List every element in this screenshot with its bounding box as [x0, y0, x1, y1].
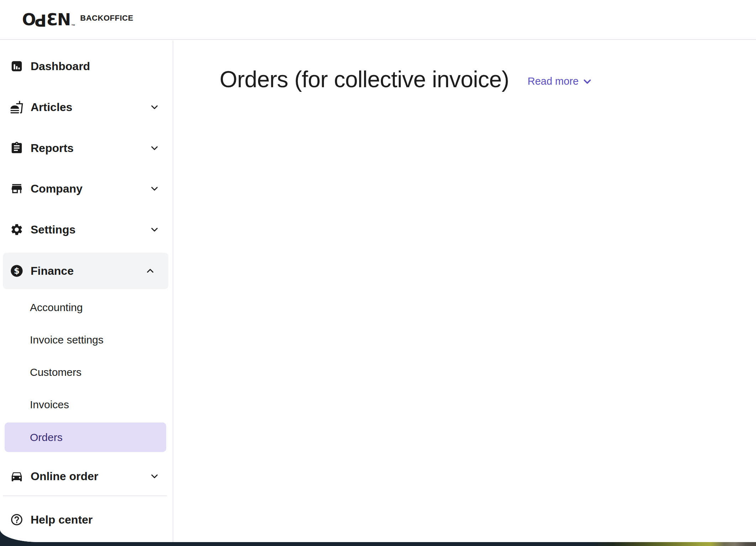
top-header: O P Ɛ N ™ BACKOFFICE — [0, 0, 756, 40]
sidebar-subitem-accounting[interactable]: Accounting — [0, 300, 173, 315]
sidebar-subitem-label: Invoice settings — [30, 334, 104, 346]
sidebar-item-articles[interactable]: Articles — [0, 95, 173, 120]
help-icon — [10, 513, 23, 526]
sidebar-divider — [3, 495, 167, 496]
logo-wordmark: O P Ɛ N — [22, 11, 70, 28]
sidebar-item-settings[interactable]: Settings — [0, 217, 173, 242]
brand-logo: O P Ɛ N ™ BACKOFFICE — [22, 11, 133, 28]
chevron-down-icon — [149, 471, 160, 482]
fastfood-icon — [10, 100, 23, 114]
sidebar-subitem-invoices[interactable]: Invoices — [0, 397, 173, 413]
sidebar-item-help-center[interactable]: Help center — [0, 507, 173, 532]
sidebar-item-label: Finance — [31, 264, 145, 278]
sidebar-item-label: Online order — [31, 470, 149, 483]
car-icon — [10, 469, 23, 483]
sidebar-item-reports[interactable]: Reports — [0, 136, 173, 161]
page-title: Orders (for collective invoice) — [220, 68, 509, 91]
sidebar-item-label: Articles — [31, 101, 149, 114]
sidebar-subitem-customers[interactable]: Customers — [0, 364, 173, 380]
sidebar-item-label: Settings — [31, 223, 149, 236]
clipboard-icon — [10, 141, 23, 155]
chevron-down-icon — [582, 76, 593, 87]
logo-suffix: BACKOFFICE — [80, 14, 133, 23]
sidebar-item-finance[interactable]: $ Finance — [3, 253, 168, 289]
logo-letter-e: Ɛ — [47, 11, 57, 28]
sidebar-item-label: Dashboard — [31, 60, 173, 73]
logo-letter-o: O — [22, 11, 35, 28]
sidebar-item-dashboard[interactable]: Dashboard — [0, 54, 173, 79]
gear-icon — [10, 223, 23, 236]
sidebar-item-label: Company — [31, 182, 149, 195]
sidebar-subitem-label: Orders — [30, 431, 63, 443]
sidebar-subitem-orders[interactable]: Orders — [5, 422, 166, 452]
main-content: Orders (for collective invoice) Read mor… — [174, 41, 756, 542]
read-more-label: Read more — [527, 75, 578, 87]
sidebar-item-online-order[interactable]: Online order — [0, 464, 173, 489]
app-window: O P Ɛ N ™ BACKOFFICE — [0, 0, 756, 542]
sidebar-item-company[interactable]: Company — [0, 176, 173, 201]
logo-letter-p: P — [35, 12, 47, 28]
chevron-down-icon — [149, 143, 160, 153]
sidebar-subitem-invoice-settings[interactable]: Invoice settings — [0, 332, 173, 348]
storefront-icon — [10, 182, 23, 195]
sidebar-subitem-label: Invoices — [30, 399, 69, 411]
dollar-icon: $ — [10, 264, 23, 278]
sidebar-subitem-label: Customers — [30, 366, 82, 378]
chevron-down-icon — [149, 102, 160, 112]
sidebar-subitem-label: Accounting — [30, 301, 83, 314]
svg-text:$: $ — [14, 266, 20, 275]
page-title-row: Orders (for collective invoice) Read mor… — [220, 68, 593, 91]
screen: O P Ɛ N ™ BACKOFFICE — [0, 0, 756, 546]
chevron-down-icon — [149, 224, 160, 235]
sidebar-nav: Dashboard Articles Reports — [0, 41, 173, 542]
dashboard-icon — [10, 59, 23, 73]
chevron-up-icon — [145, 266, 156, 276]
chevron-down-icon — [149, 183, 160, 194]
read-more-button[interactable]: Read more — [527, 75, 592, 87]
logo-letter-n: N — [57, 11, 70, 28]
trademark-symbol: ™ — [71, 23, 75, 28]
sidebar-item-label: Reports — [31, 142, 149, 155]
sidebar-item-label: Help center — [31, 513, 173, 526]
